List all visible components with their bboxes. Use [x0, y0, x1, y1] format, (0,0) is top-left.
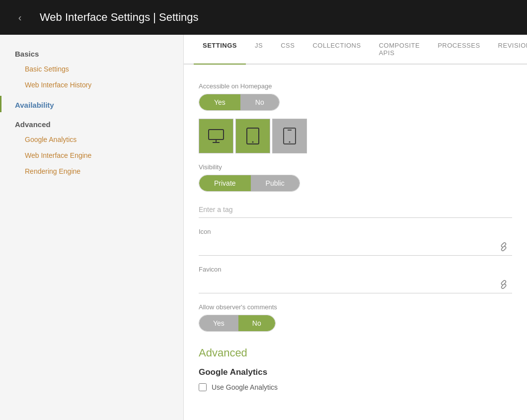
sidebar-section-basics: Basics	[0, 45, 183, 61]
accessible-homepage-label: Accessible on Homepage	[199, 82, 512, 90]
device-desktop-button[interactable]	[199, 119, 233, 153]
tag-input-wrapper	[199, 202, 512, 218]
favicon-input[interactable]	[199, 277, 512, 293]
device-tablet-button[interactable]	[235, 119, 270, 153]
google-analytics-heading: Google Analytics	[199, 367, 512, 377]
svg-point-7	[289, 141, 291, 143]
tab-settings[interactable]: SETTINGS	[194, 35, 246, 65]
sidebar-item-web-interface-engine[interactable]: Web Interface Engine	[0, 147, 183, 163]
observer-comments-label: Allow observer's comments	[199, 303, 512, 311]
sidebar-item-rendering-engine[interactable]: Rendering Engine	[0, 163, 183, 179]
icon-link-icon[interactable]	[499, 242, 508, 253]
tab-js[interactable]: JS	[246, 35, 272, 65]
homepage-yes-button[interactable]: Yes	[199, 94, 240, 110]
content-body: Accessible on Homepage Yes No	[184, 65, 527, 401]
tab-bar: SETTINGS JS CSS COLLECTIONS COMPOSITE AP…	[184, 35, 527, 65]
tab-composite-apis[interactable]: COMPOSITE APIS	[370, 35, 429, 65]
favicon-link-icon[interactable]	[499, 280, 508, 291]
back-icon: ‹	[18, 12, 22, 23]
mobile-icon	[283, 127, 297, 145]
favicon-input-wrapper	[199, 277, 512, 293]
observer-comments-wrapper: Allow observer's comments Yes No	[199, 303, 512, 332]
desktop-icon	[207, 127, 225, 145]
use-google-analytics-text: Use Google Analytics	[212, 383, 278, 391]
sidebar-group-availability: Availability	[0, 96, 183, 112]
svg-rect-0	[209, 130, 224, 140]
main-layout: Basics Basic Settings Web Interface Hist…	[0, 35, 527, 420]
tab-processes[interactable]: PROCESSES	[429, 35, 489, 65]
icon-input-wrapper	[199, 239, 512, 256]
advanced-section: Advanced Google Analytics Use Google Ana…	[199, 347, 512, 391]
tab-collections[interactable]: COLLECTIONS	[303, 35, 370, 65]
tab-revisions[interactable]: REVISIONS	[489, 35, 527, 65]
observer-no-button[interactable]: No	[238, 315, 275, 331]
visibility-label: Visibility	[199, 163, 512, 171]
observer-comments-toggle[interactable]: Yes No	[199, 315, 276, 332]
favicon-field-wrapper: Favicon	[199, 266, 512, 293]
back-button[interactable]: ‹	[10, 7, 30, 27]
sidebar-item-basic-settings[interactable]: Basic Settings	[0, 61, 183, 77]
icon-field-wrapper: Icon	[199, 228, 512, 256]
observer-yes-button[interactable]: Yes	[199, 315, 238, 331]
visibility-private-button[interactable]: Private	[199, 175, 251, 191]
icon-input[interactable]	[199, 239, 512, 256]
tab-css[interactable]: CSS	[272, 35, 303, 65]
use-google-analytics-checkbox[interactable]	[199, 383, 207, 391]
device-mobile-button[interactable]	[272, 119, 307, 153]
sidebar-group-basics: Basics Basic Settings Web Interface Hist…	[0, 45, 183, 93]
sidebar-item-web-interface-history[interactable]: Web Interface History	[0, 77, 183, 93]
header: ‹ Web Interface Settings | Settings	[0, 0, 527, 35]
accessible-homepage-toggle[interactable]: Yes No	[199, 94, 280, 111]
homepage-no-button[interactable]: No	[240, 94, 279, 110]
tag-field-wrapper	[199, 202, 512, 218]
sidebar-group-advanced: Advanced Google Analytics Web Interface …	[0, 115, 183, 179]
icon-label: Icon	[199, 228, 512, 235]
device-group	[199, 119, 512, 153]
tablet-icon	[245, 127, 260, 145]
favicon-label: Favicon	[199, 266, 512, 273]
content-area: SETTINGS JS CSS COLLECTIONS COMPOSITE AP…	[184, 35, 527, 420]
visibility-public-button[interactable]: Public	[251, 175, 300, 191]
sidebar: Basics Basic Settings Web Interface Hist…	[0, 35, 184, 420]
svg-point-4	[252, 141, 254, 143]
sidebar-section-advanced: Advanced	[0, 115, 183, 132]
page-title: Web Interface Settings | Settings	[40, 11, 199, 24]
visibility-toggle[interactable]: Private Public	[199, 175, 300, 192]
sidebar-section-availability[interactable]: Availability	[15, 96, 183, 112]
sidebar-item-google-analytics[interactable]: Google Analytics	[0, 132, 183, 147]
tag-input[interactable]	[199, 202, 512, 218]
use-google-analytics-label[interactable]: Use Google Analytics	[199, 383, 512, 391]
advanced-heading: Advanced	[199, 347, 512, 359]
